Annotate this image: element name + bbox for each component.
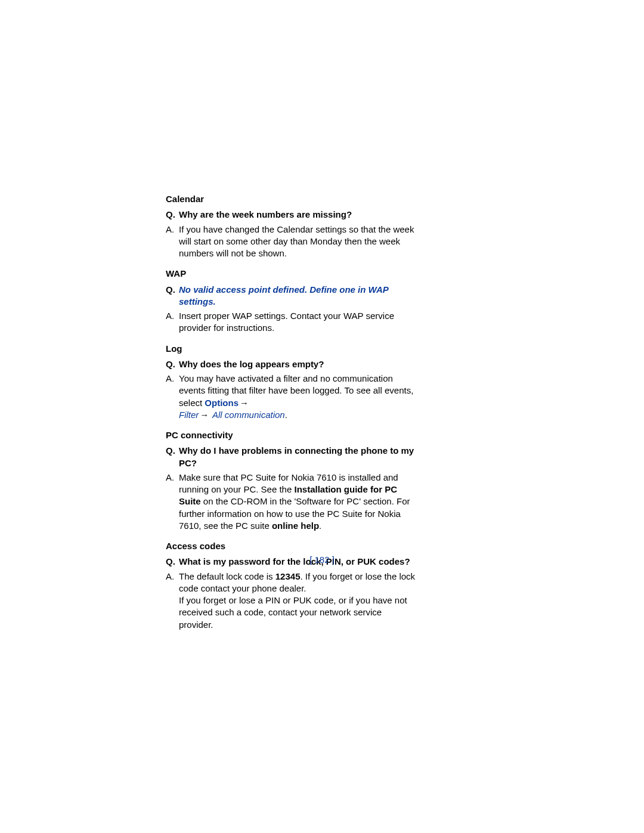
a-text: Make sure that PC Suite for Nokia 7610 i… — [179, 472, 416, 532]
section-heading-wap: WAP — [166, 268, 416, 280]
filter-label: Filter — [179, 410, 199, 420]
arrow-icon: → — [199, 410, 210, 420]
qa-answer-row: A. If you have changed the Calendar sett… — [166, 224, 416, 260]
qa-answer-row: A. The default lock code is 12345. If yo… — [166, 571, 416, 631]
qa-answer-row: A. Insert proper WAP settings. Contact y… — [166, 310, 416, 335]
qa-answer-row: A. You may have activated a filter and n… — [166, 373, 416, 421]
answer-text-part3: . — [319, 521, 321, 531]
a-text: Insert proper WAP settings. Contact your… — [179, 310, 416, 335]
q-text: Why does the log appears empty? — [179, 358, 416, 370]
qa-question-row: Q. Why does the log appears empty? — [166, 358, 416, 370]
q-text: Why do I have problems in connecting the… — [179, 445, 416, 469]
section-heading-access: Access codes — [166, 540, 416, 552]
answer-text-post: . — [285, 410, 287, 420]
a-text: The default lock code is 12345. If you f… — [179, 571, 416, 631]
document-body: Calendar Q. Why are the week numbers are… — [166, 185, 416, 633]
q-text: Why are the week numbers are missing? — [179, 209, 416, 221]
a-label: A. — [166, 472, 179, 532]
section-heading-pc: PC connectivity — [166, 429, 416, 441]
qa-question-row: Q. Why are the week numbers are missing? — [166, 209, 416, 221]
a-label: A. — [166, 373, 179, 421]
default-code: 12345 — [275, 571, 301, 581]
qa-question-row: Q. No valid access point defined. Define… — [166, 284, 416, 308]
qa-answer-row: A. Make sure that PC Suite for Nokia 761… — [166, 472, 416, 532]
q-label: Q. — [166, 445, 179, 469]
qa-question-row: Q. Why do I have problems in connecting … — [166, 445, 416, 469]
a-label: A. — [166, 224, 179, 260]
a-label: A. — [166, 310, 179, 335]
section-heading-log: Log — [166, 343, 416, 355]
a-label: A. — [166, 571, 179, 631]
all-communication-label: All communication — [210, 410, 284, 420]
q-label: Q. — [166, 209, 179, 221]
arrow-icon: → — [239, 398, 250, 408]
section-heading-calendar: Calendar — [166, 193, 416, 205]
a-text: You may have activated a filter and no c… — [179, 373, 416, 421]
answer-text-part3: If you forget or lose a PIN or PUK code,… — [179, 595, 407, 630]
q-label: Q. — [166, 284, 179, 308]
q-text-emphasis: No valid access point defined. Define on… — [179, 284, 416, 308]
page-number: [ 182 ] — [0, 555, 644, 565]
q-label: Q. — [166, 358, 179, 370]
online-help-label: online help — [272, 521, 319, 531]
a-text: If you have changed the Calendar setting… — [179, 224, 416, 260]
answer-text-part1: The default lock code is — [179, 571, 275, 581]
options-label: Options — [205, 398, 239, 408]
